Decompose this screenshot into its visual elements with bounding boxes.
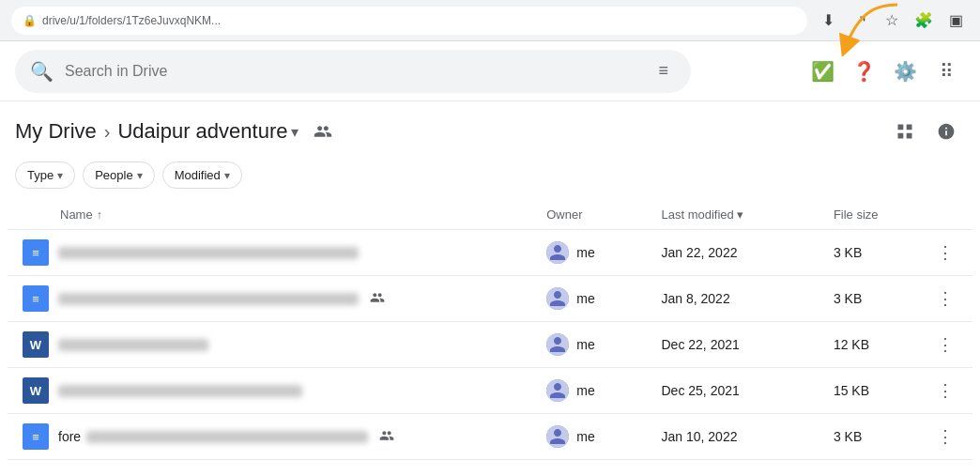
url-text: drive/u/1/folders/1Tz6eJuvxqNKM...: [42, 14, 221, 27]
file-table-container: Name ↑ Owner Last modified ▾ File size ≡: [0, 200, 980, 460]
file-name-cell: ≡: [8, 230, 535, 275]
app-header: 🔍 ≡ ✅ ❓ ⚙️ ⠿: [0, 41, 980, 101]
more-options-button[interactable]: ⋮: [929, 330, 961, 359]
file-more-options-cell: ⋮: [918, 230, 972, 276]
url-bar[interactable]: 🔒 drive/u/1/folders/1Tz6eJuvxqNKM...: [11, 7, 807, 35]
owner-name: me: [576, 337, 594, 352]
owner-name: me: [576, 245, 594, 260]
grid-view-icon-btn[interactable]: [886, 113, 924, 150]
file-more-options-cell: ⋮: [918, 322, 972, 368]
extensions-icon-btn[interactable]: 🧩: [911, 8, 937, 34]
file-more-options-cell: ⋮: [918, 368, 972, 414]
type-chip-chevron-icon: ▾: [57, 169, 63, 182]
more-options-button[interactable]: ⋮: [929, 284, 961, 313]
file-modified-cell: Jan 10, 2022: [651, 414, 822, 460]
file-size-cell: 15 KB: [822, 368, 918, 414]
apps-icon-btn[interactable]: ⠿: [927, 53, 965, 90]
file-owner-cell: me: [535, 276, 650, 322]
name-column-header[interactable]: Name ↑: [8, 200, 535, 230]
google-docs-icon: ≡: [23, 423, 49, 450]
file-size-cell: 3 KB: [822, 414, 918, 460]
star-icon-btn[interactable]: ☆: [879, 8, 905, 34]
owner-name: me: [576, 429, 594, 444]
file-name-blurred: [58, 339, 208, 351]
file-name-blurred: [58, 247, 359, 259]
file-owner-cell: me: [535, 322, 650, 368]
shared-people-icon: [370, 290, 385, 308]
table-row[interactable]: ≡ me Jan 8, 20223 KB⋮: [8, 276, 972, 322]
file-modified-cell: Dec 25, 2021: [651, 368, 822, 414]
sidebar-icon-btn[interactable]: ▣: [942, 8, 969, 34]
type-chip-label: Type: [27, 168, 54, 182]
file-size-cell: 3 KB: [822, 230, 918, 276]
my-drive-breadcrumb[interactable]: My Drive: [15, 119, 97, 144]
breadcrumb-separator: ›: [104, 121, 111, 143]
browser-bar: 🔒 drive/u/1/folders/1Tz6eJuvxqNKM... ⬇ ↗…: [0, 0, 980, 41]
search-icon: 🔍: [30, 60, 54, 83]
more-options-button[interactable]: ⋮: [929, 376, 961, 405]
modified-sort-icon: ▾: [737, 207, 743, 222]
settings-icon-btn[interactable]: ⚙️: [886, 53, 924, 90]
google-docs-icon: ≡: [23, 239, 49, 266]
file-size-cell: 12 KB: [822, 322, 918, 368]
file-name-cell: ≡: [8, 276, 535, 321]
folder-share-people-icon-btn[interactable]: [306, 115, 340, 148]
more-options-button[interactable]: ⋮: [929, 422, 961, 451]
file-modified-cell: Jan 8, 2022: [651, 276, 822, 322]
file-owner-cell: me: [535, 368, 650, 414]
help-icon-btn[interactable]: ❓: [845, 53, 882, 90]
modified-chip-label: Modified: [175, 168, 221, 182]
file-modified-cell: Jan 22, 2022: [651, 230, 822, 276]
avatar: [546, 287, 569, 310]
avatar: [546, 379, 569, 402]
modified-filter-chip[interactable]: Modified ▾: [162, 161, 242, 189]
table-row[interactable]: ≡fore me Jan 10, 20223 KB⋮: [8, 414, 972, 460]
microsoft-word-icon: W: [23, 377, 49, 404]
people-chip-chevron-icon: ▾: [137, 169, 143, 182]
type-filter-chip[interactable]: Type ▾: [15, 161, 75, 189]
file-owner-cell: me: [535, 230, 650, 276]
modified-chip-chevron-icon: ▾: [224, 169, 230, 182]
header-right-icons: ✅ ❓ ⚙️ ⠿: [804, 53, 965, 90]
size-column-header[interactable]: File size: [822, 200, 918, 230]
filter-options-icon[interactable]: ≡: [651, 54, 676, 88]
people-filter-chip[interactable]: People ▾: [83, 161, 154, 189]
file-name-cell: ≡fore: [8, 414, 535, 459]
folder-chevron-icon: ▾: [291, 123, 299, 141]
owner-column-header[interactable]: Owner: [535, 200, 650, 230]
file-name-cell: W: [8, 322, 535, 367]
file-size-cell: 3 KB: [822, 276, 918, 322]
file-name-blurred: [58, 290, 385, 308]
search-bar-container[interactable]: 🔍 ≡: [15, 50, 691, 93]
grid-view-icon: [896, 122, 914, 141]
breadcrumb-right-actions: [886, 113, 965, 150]
info-icon: [937, 122, 956, 141]
modified-column-header[interactable]: Last modified ▾: [651, 200, 822, 230]
owner-name: me: [576, 383, 594, 398]
task-done-icon-btn[interactable]: ✅: [804, 53, 841, 90]
file-name-cell: W: [8, 368, 535, 413]
table-row[interactable]: W me Dec 22, 202112 KB⋮: [8, 322, 972, 368]
search-input[interactable]: [65, 63, 639, 80]
people-chip-label: People: [95, 168, 132, 182]
avatar: [546, 425, 569, 448]
shared-people-icon: [379, 428, 394, 446]
avatar: [546, 333, 569, 356]
folder-name-breadcrumb[interactable]: Udaipur adventure ▾: [117, 119, 299, 144]
people-icon: [314, 122, 332, 141]
table-row[interactable]: ≡ me Jan 22, 20223 KB⋮: [8, 230, 972, 276]
filter-chips-row: Type ▾ People ▾ Modified ▾: [0, 158, 980, 200]
table-row[interactable]: W me Dec 25, 202115 KB⋮: [8, 368, 972, 414]
file-name-blurred: [58, 385, 302, 397]
share-icon-btn[interactable]: ↗: [847, 8, 873, 34]
more-options-button[interactable]: ⋮: [929, 238, 961, 267]
download-icon-btn[interactable]: ⬇: [815, 8, 841, 34]
table-header-row: Name ↑ Owner Last modified ▾ File size: [8, 200, 972, 230]
file-modified-cell: Dec 22, 2021: [651, 322, 822, 368]
file-name-blurred: fore: [58, 428, 394, 446]
breadcrumb-row: My Drive › Udaipur adventure ▾: [0, 101, 980, 158]
name-sort-icon: ↑: [97, 208, 102, 222]
info-icon-btn[interactable]: [927, 113, 965, 150]
folder-name-text: Udaipur adventure: [117, 119, 287, 144]
file-name-prefix: fore: [58, 429, 81, 444]
